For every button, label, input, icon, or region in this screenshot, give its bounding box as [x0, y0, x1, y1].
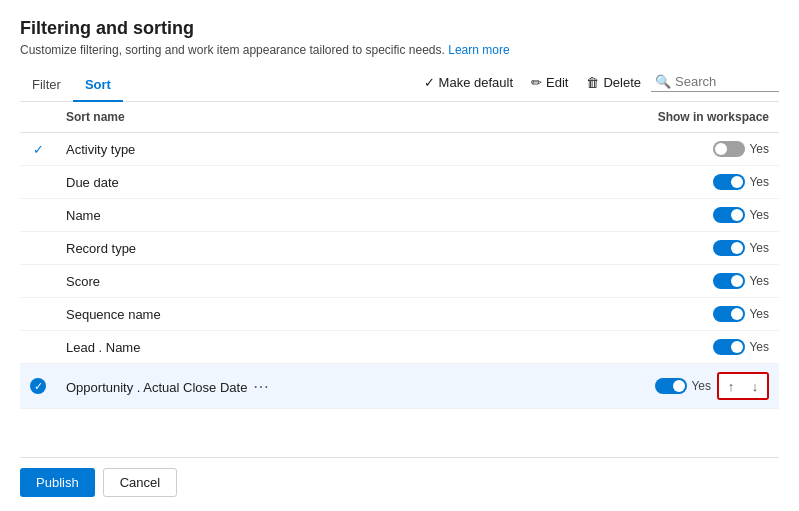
toggle-thumb	[731, 275, 743, 287]
toggle[interactable]: Yes	[713, 207, 769, 223]
toggle[interactable]: Yes	[655, 378, 711, 394]
row-check-col	[20, 232, 56, 265]
row-name-col: Score	[56, 265, 513, 298]
make-default-label: Make default	[439, 75, 513, 90]
workspace-cell: Yes	[523, 174, 769, 190]
table-row[interactable]: ✓Activity typeYes	[20, 133, 779, 166]
row-name-col: Activity type	[56, 133, 513, 166]
cancel-button[interactable]: Cancel	[103, 468, 177, 497]
row-name-col: Sequence name	[56, 298, 513, 331]
arrow-box: ↑↓	[717, 372, 769, 400]
table-area: Sort name Show in workspace ✓Activity ty…	[20, 102, 779, 451]
page-title: Filtering and sorting	[20, 18, 779, 39]
toggle-label: Yes	[749, 142, 769, 156]
toggle[interactable]: Yes	[713, 141, 769, 157]
table-row[interactable]: Lead . NameYes	[20, 331, 779, 364]
move-up-button[interactable]: ↑	[719, 374, 743, 398]
toggle-track	[713, 141, 745, 157]
search-box[interactable]: 🔍	[651, 72, 779, 92]
row-workspace-col: Yes	[513, 199, 779, 232]
row-check-col: ✓	[20, 133, 56, 166]
row-actions-button[interactable]: ⋯	[247, 378, 275, 395]
page-container: Filtering and sorting Customize filterin…	[0, 0, 799, 511]
workspace-cell: Yes	[523, 306, 769, 322]
toggle-label: Yes	[749, 175, 769, 189]
workspace-cell: Yes↑↓	[523, 372, 769, 400]
edit-button[interactable]: ✏ Edit	[523, 71, 576, 94]
toggle-label: Yes	[749, 307, 769, 321]
workspace-cell: Yes	[523, 141, 769, 157]
toggle-thumb	[731, 242, 743, 254]
edit-icon: ✏	[531, 75, 542, 90]
row-workspace-col: Yes	[513, 232, 779, 265]
toggle-track	[713, 339, 745, 355]
toggle-track	[713, 306, 745, 322]
toggle-track	[713, 207, 745, 223]
subtitle-text: Customize filtering, sorting and work it…	[20, 43, 448, 57]
toggle[interactable]: Yes	[713, 306, 769, 322]
edit-label: Edit	[546, 75, 568, 90]
row-name-col: Lead . Name	[56, 331, 513, 364]
row-name-col: Record type	[56, 232, 513, 265]
row-workspace-col: Yes	[513, 331, 779, 364]
toggle-track	[713, 174, 745, 190]
toggle[interactable]: Yes	[713, 240, 769, 256]
row-name-col: Opportunity . Actual Close Date⋯	[56, 364, 513, 409]
make-default-button[interactable]: ✓ Make default	[416, 71, 521, 94]
subtitle: Customize filtering, sorting and work it…	[20, 43, 779, 57]
row-check-col	[20, 166, 56, 199]
col-check	[20, 102, 56, 133]
toggle[interactable]: Yes	[713, 273, 769, 289]
row-name-col: Name	[56, 199, 513, 232]
row-check-col: ✓	[20, 364, 56, 409]
row-workspace-col: Yes	[513, 166, 779, 199]
toggle-thumb	[715, 143, 727, 155]
delete-button[interactable]: 🗑 Delete	[578, 71, 649, 94]
workspace-cell: Yes	[523, 339, 769, 355]
learn-more-link[interactable]: Learn more	[448, 43, 509, 57]
table-row[interactable]: Record typeYes	[20, 232, 779, 265]
search-input[interactable]	[675, 74, 775, 89]
table-row[interactable]: ScoreYes	[20, 265, 779, 298]
tab-filter[interactable]: Filter	[20, 69, 73, 102]
toggle[interactable]: Yes	[713, 174, 769, 190]
delete-label: Delete	[603, 75, 641, 90]
col-workspace: Show in workspace	[513, 102, 779, 133]
toggle-label: Yes	[749, 274, 769, 288]
toggle-thumb	[731, 176, 743, 188]
toggle-thumb	[673, 380, 685, 392]
table-row[interactable]: Sequence nameYes	[20, 298, 779, 331]
row-workspace-col: Yes	[513, 265, 779, 298]
toolbar-right: ✓ Make default ✏ Edit 🗑 Delete 🔍	[416, 71, 779, 100]
search-icon: 🔍	[655, 74, 671, 89]
toggle-track	[713, 273, 745, 289]
row-workspace-col: Yes	[513, 298, 779, 331]
table-header: Sort name Show in workspace	[20, 102, 779, 133]
trash-icon: 🗑	[586, 75, 599, 90]
move-down-button[interactable]: ↓	[743, 374, 767, 398]
toggle-label: Yes	[749, 241, 769, 255]
workspace-cell: Yes	[523, 273, 769, 289]
publish-button[interactable]: Publish	[20, 468, 95, 497]
workspace-cell: Yes	[523, 240, 769, 256]
table-row[interactable]: Due dateYes	[20, 166, 779, 199]
toggle[interactable]: Yes	[713, 339, 769, 355]
row-workspace-col: Yes↑↓	[513, 364, 779, 409]
row-workspace-col: Yes	[513, 133, 779, 166]
toggle-thumb	[731, 341, 743, 353]
workspace-cell: Yes	[523, 207, 769, 223]
selected-circle-icon: ✓	[30, 378, 46, 394]
table-row[interactable]: NameYes	[20, 199, 779, 232]
row-check-col	[20, 199, 56, 232]
row-check-col	[20, 298, 56, 331]
table-row[interactable]: ✓Opportunity . Actual Close Date⋯Yes↑↓	[20, 364, 779, 409]
row-check-col	[20, 331, 56, 364]
tab-sort[interactable]: Sort	[73, 69, 123, 102]
toggle-label: Yes	[749, 340, 769, 354]
toggle-thumb	[731, 209, 743, 221]
toggle-track	[655, 378, 687, 394]
row-name-col: Due date	[56, 166, 513, 199]
tabs-toolbar: Filter Sort ✓ Make default ✏ Edit 🗑 Dele…	[20, 69, 779, 102]
table-body: ✓Activity typeYesDue dateYesNameYesRecor…	[20, 133, 779, 409]
check-icon: ✓	[33, 142, 44, 157]
